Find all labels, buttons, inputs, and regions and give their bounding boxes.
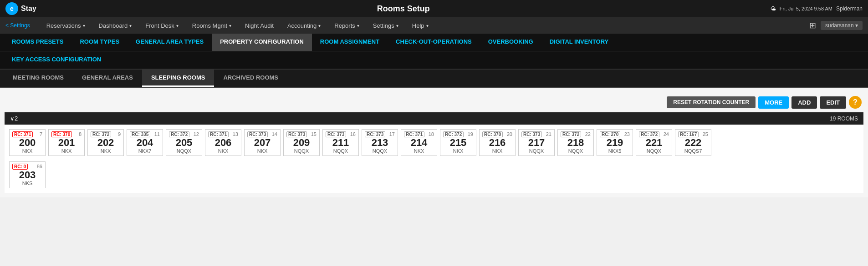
nav-reports[interactable]: Reports ▾ <box>328 20 366 32</box>
room-type: NKX <box>482 148 512 154</box>
section-collapse[interactable]: ∨2 <box>10 115 18 122</box>
room-seq: 25 <box>703 131 708 137</box>
room-type: NQQX <box>639 148 669 154</box>
room-card[interactable]: RC: 3717200NKX <box>9 129 46 156</box>
room-seq: 12 <box>194 131 199 137</box>
datetime: Fri, Jul 5, 2024 9:58 AM <box>780 6 832 11</box>
sub-tab-bar: MEETING ROOMS GENERAL AREAS SLEEPING ROO… <box>0 70 868 88</box>
room-card[interactable]: RC: 16725222NQQS7 <box>675 129 711 156</box>
room-type: NQQX <box>365 148 395 154</box>
grid-icon[interactable]: ⊞ <box>809 20 816 30</box>
nav-dashboard[interactable]: Dashboard ▾ <box>92 20 138 32</box>
tab-overbooking[interactable]: OVERBOOKING <box>480 34 541 51</box>
nav-roomsmgmt[interactable]: Rooms Mgmt ▾ <box>186 20 238 32</box>
room-seq: 14 <box>272 131 277 137</box>
room-card[interactable]: RC: 37321217NQQX <box>518 129 555 156</box>
room-card[interactable]: RC: 37315209NQQX <box>283 129 320 156</box>
room-type: NKX <box>404 148 434 154</box>
room-number: 217 <box>521 137 551 148</box>
chevron-down-icon: ▾ <box>357 23 359 28</box>
room-number: 213 <box>365 137 395 148</box>
subtab-meeting-rooms[interactable]: MEETING ROOMS <box>4 70 73 87</box>
nav-settings[interactable]: Settings ▾ <box>367 20 405 32</box>
room-type: NQQX <box>286 148 317 154</box>
room-card[interactable]: RC: 37317213NQQX <box>362 129 398 156</box>
room-seq: 11 <box>154 131 160 137</box>
help-button[interactable]: ? <box>849 96 862 109</box>
tab-rooms-presets[interactable]: ROOMS PRESETS <box>4 34 71 51</box>
room-number: 206 <box>208 137 238 148</box>
nav-nightaudit[interactable]: Night Audit <box>239 20 280 32</box>
room-type: NKX7 <box>130 148 160 154</box>
subtab-sleeping-rooms[interactable]: SLEEPING ROOMS <box>142 70 214 87</box>
room-type: NKX <box>208 148 238 154</box>
room-type: NKX <box>91 148 121 154</box>
user-badge[interactable]: sudarsanan ▾ <box>821 21 863 30</box>
subtab-archived-rooms[interactable]: ARCHIVED ROOMS <box>214 70 287 87</box>
chevron-down-icon: ▾ <box>426 23 429 28</box>
app-name: Stay <box>21 5 36 13</box>
room-seq: 19 <box>468 131 473 137</box>
room-card[interactable]: RC: 33511204NKX7 <box>127 129 163 156</box>
room-number: 204 <box>130 137 160 148</box>
room-card[interactable]: RC: 3729202NKX <box>87 129 124 156</box>
room-type: NKS <box>12 181 42 186</box>
room-card[interactable]: RC: 37020216NKX <box>479 129 516 156</box>
room-card[interactable]: RC: 086203NKS <box>9 161 46 188</box>
chevron-down-icon: ▾ <box>176 23 179 28</box>
tab-checkout-operations[interactable]: CHECK-OUT-OPERATIONS <box>388 34 480 51</box>
room-seq: 16 <box>350 131 356 137</box>
subtab-general-areas[interactable]: GENERAL AREAS <box>73 70 142 87</box>
tab-room-types[interactable]: ROOM TYPES <box>71 34 128 51</box>
room-type: NQQX <box>561 148 591 154</box>
room-card[interactable]: RC: 37224221NQQX <box>636 129 672 156</box>
room-card[interactable]: RC: 37212205NQQX <box>166 129 202 156</box>
nav-right: ⊞ sudarsanan ▾ <box>809 20 863 30</box>
room-card[interactable]: RC: 37113206NKX <box>205 129 241 156</box>
room-seq: 22 <box>585 131 591 137</box>
tab-general-area-types[interactable]: GENERAL AREA TYPES <box>128 34 212 51</box>
nav-frontdesk[interactable]: Front Desk ▾ <box>139 20 185 32</box>
nav-reservations[interactable]: Reservations ▾ <box>40 20 92 32</box>
room-card[interactable]: RC: 37222218NQQX <box>557 129 594 156</box>
add-button[interactable]: ADD <box>791 96 817 109</box>
room-type: NKX <box>12 148 42 154</box>
room-seq: 86 <box>37 164 42 169</box>
room-seq: 8 <box>79 131 82 137</box>
room-card[interactable]: RC: 27023219NKX5 <box>597 129 633 156</box>
room-number: 211 <box>326 137 356 148</box>
weather-icon: 🌤 <box>771 5 776 12</box>
tab-room-assignment[interactable]: ROOM ASSIGNMENT <box>312 34 388 51</box>
nav-accounting[interactable]: Accounting ▾ <box>281 20 327 32</box>
room-seq: 24 <box>664 131 669 137</box>
room-type: NQQS7 <box>678 148 708 154</box>
edit-button[interactable]: EDIT <box>820 96 846 109</box>
room-card[interactable]: RC: 37316211NQQX <box>322 129 359 156</box>
room-card[interactable]: RC: 3708201NKX <box>48 129 85 156</box>
tab-property-configuration[interactable]: PROPERTY CONFIGURATION <box>212 34 312 51</box>
room-number: 200 <box>12 137 42 148</box>
logo-area: e Stay <box>5 2 36 15</box>
chevron-down-icon: ▾ <box>83 23 85 28</box>
room-type: NKX5 <box>600 148 630 154</box>
settings-back-link[interactable]: < Settings <box>5 22 30 29</box>
room-card[interactable]: RC: 37314207NKX <box>244 129 281 156</box>
more-button[interactable]: MORE <box>758 96 789 109</box>
room-seq: 17 <box>389 131 395 137</box>
room-card[interactable]: RC: 37219215NKX <box>440 129 476 156</box>
room-seq: 15 <box>311 131 317 137</box>
room-card[interactable]: RC: 37118214NKX <box>401 129 437 156</box>
chevron-down-icon: ▾ <box>396 23 398 28</box>
user-area: 🌤 Fri, Jul 5, 2024 9:58 AM Spiderman <box>771 5 863 12</box>
reset-rotation-button[interactable]: RESET ROTATION COUNTER <box>667 96 756 108</box>
room-number: 207 <box>247 137 277 148</box>
tab-key-access-configuration[interactable]: KEY ACCESS CONFIGURATION <box>4 51 109 69</box>
room-type: NKX <box>51 148 82 154</box>
app-logo: e <box>5 2 18 15</box>
tab-digital-inventory[interactable]: DIGITAL INVENTORY <box>541 34 617 51</box>
room-seq: 9 <box>118 131 121 137</box>
nav-help[interactable]: Help ▾ <box>406 20 435 32</box>
room-seq: 23 <box>624 131 630 137</box>
room-number: 203 <box>12 170 42 181</box>
room-number: 222 <box>678 137 708 148</box>
